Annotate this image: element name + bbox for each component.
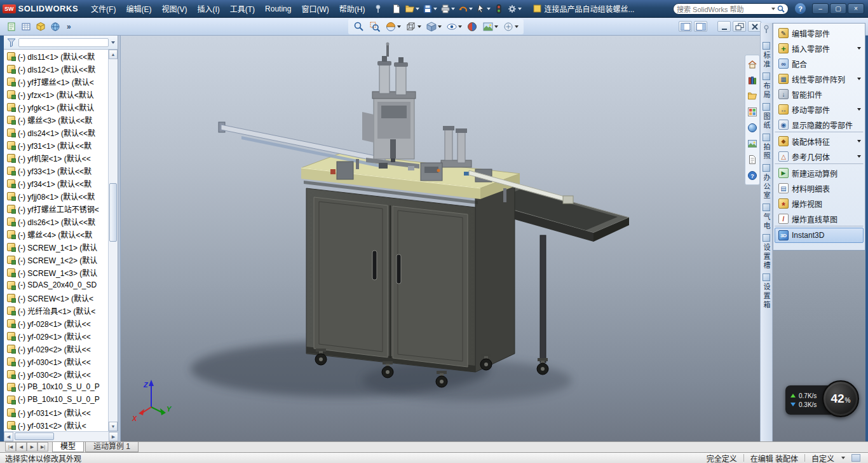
view-orientation-button[interactable] — [404, 20, 423, 34]
tree-item[interactable]: (-) PB_10x10_S_U_0_P — [4, 393, 109, 406]
appearances-icon[interactable] — [747, 122, 758, 134]
file-explorer-icon[interactable] — [747, 90, 758, 102]
menu-item[interactable]: 工具(T) — [225, 1, 260, 16]
options-caret-icon[interactable] — [518, 8, 522, 10]
select-button[interactable] — [475, 2, 492, 16]
restore-doc-icon[interactable] — [733, 21, 746, 32]
assembly-menu-item[interactable]: 智能扣件 — [775, 86, 864, 102]
close-doc-icon[interactable] — [748, 21, 761, 32]
flyout-arrow-icon[interactable] — [857, 47, 861, 50]
tab-nav-button[interactable]: ▶| — [37, 442, 48, 452]
tree-item[interactable]: (-) yf-031<2> (默认< — [4, 418, 109, 431]
toolbar-overflow-button[interactable]: » — [67, 22, 71, 31]
search-caret-icon[interactable] — [771, 8, 775, 10]
menu-item[interactable]: 文件(F) — [86, 1, 121, 16]
tree-item[interactable]: (-) yf33<1> (默认<<默 — [4, 164, 109, 177]
tree-vertical-scrollbar[interactable]: ▲ ▼ — [108, 50, 118, 431]
3d-model-scene[interactable]: Z Y X — [121, 36, 760, 441]
menu-item[interactable]: 帮助(H) — [334, 1, 370, 16]
apply-scene-caret-icon[interactable] — [494, 25, 498, 28]
pane-left-icon[interactable] — [679, 21, 692, 32]
tree-item[interactable]: (-) dls12<1> (默认<<默 — [4, 62, 109, 75]
assembly-menu-item[interactable]: 参考几何体 — [775, 149, 864, 164]
tree-item[interactable]: (-) yf34<1> (默认<<默 — [4, 177, 109, 190]
options-button[interactable] — [506, 2, 523, 16]
view-orientation-caret-icon[interactable] — [417, 25, 421, 28]
scrollbar-track[interactable] — [109, 59, 118, 422]
select-caret-icon[interactable] — [487, 8, 491, 10]
side-tab[interactable]: 拍照 — [761, 134, 771, 161]
tree-item[interactable]: (-) yf-031<1> (默认<< — [4, 406, 109, 418]
tree-item[interactable]: (-) dls24<1> (默认<<默 — [4, 126, 109, 139]
bottom-tab[interactable]: 运动算例 1 — [85, 442, 139, 452]
tree-item[interactable]: (-) SCREW_1<3> (默认 — [4, 266, 109, 279]
side-tab[interactable]: 设置箱 — [761, 273, 771, 310]
hide-show-items-button[interactable] — [445, 20, 463, 34]
open-button[interactable] — [403, 2, 421, 16]
task-pane-help-icon[interactable]: ? — [747, 170, 758, 181]
assembly-menu-item[interactable]: Instant3D — [775, 228, 864, 243]
menu-item[interactable]: Routing — [260, 3, 296, 15]
scroll-up-icon[interactable]: ▲ — [109, 50, 118, 59]
tree-item[interactable]: (-) yf31<1> (默认<<默 — [4, 139, 109, 151]
document-icon-button[interactable] — [5, 20, 18, 34]
scenes-icon[interactable] — [747, 138, 758, 149]
menu-item[interactable]: 编辑(E) — [121, 1, 156, 16]
tree-item[interactable]: (-) yf-028<1> (默认<< — [4, 317, 109, 329]
save-button[interactable] — [421, 2, 438, 16]
search-icon[interactable] — [777, 5, 785, 13]
assembly-menu-item[interactable]: 爆炸直线草图 — [775, 211, 864, 226]
tree-item[interactable]: (-) 光纤治具<1> (默认< — [4, 304, 109, 317]
assembly-menu-item[interactable]: 配合 — [775, 56, 864, 71]
tree-item[interactable]: (-) yf打螺丝工站不锈钢< — [4, 202, 109, 215]
section-view-caret-icon[interactable] — [397, 25, 401, 28]
tree-item[interactable]: (-) dls26<1> (默认<<默 — [4, 215, 109, 228]
flyout-arrow-icon[interactable] — [857, 78, 861, 80]
tree-item[interactable]: (-) yf-029<1> (默认<< — [4, 329, 109, 342]
table-icon-button[interactable] — [20, 20, 32, 34]
assembly-menu-item[interactable]: 装配体特征 — [775, 134, 864, 149]
component-icon-button[interactable] — [34, 20, 47, 34]
assembly-menu-item[interactable]: 移动零部件 — [775, 102, 864, 117]
view-palette-icon[interactable] — [747, 106, 758, 118]
tab-nav-button[interactable]: ◀ — [16, 442, 27, 452]
tree-item[interactable]: (-) yf-030<1> (默认<< — [4, 355, 109, 368]
minimize-doc-icon[interactable] — [717, 21, 731, 32]
tab-nav-button[interactable]: |◀ — [5, 442, 16, 452]
tree-item[interactable]: (-) SDAS_20x40_0_SD — [4, 279, 109, 291]
cabinet[interactable] — [306, 175, 515, 372]
assembly-menu-item[interactable]: 新建运动算例 — [775, 165, 864, 181]
tree-item[interactable]: (-) PB_10x10_S_U_0_P — [4, 380, 109, 393]
side-tab[interactable]: 气电 — [761, 204, 771, 231]
help-icon[interactable]: ? — [795, 3, 806, 14]
home-icon[interactable] — [747, 59, 758, 70]
help-search[interactable]: 搜索 SolidWorks 帮助 — [673, 3, 789, 15]
cabinet-door-right[interactable] — [393, 206, 468, 367]
view-settings-caret-icon[interactable] — [515, 25, 519, 28]
undo-button[interactable] — [457, 2, 474, 16]
edit-appearance-button[interactable] — [465, 20, 479, 34]
scroll-down-icon[interactable]: ▼ — [109, 422, 118, 431]
assembly-menu-item[interactable]: 插入零部件 — [775, 41, 864, 56]
close-button[interactable]: × — [848, 3, 864, 14]
tab-nav-button[interactable]: ▶ — [27, 442, 37, 452]
filter-funnel-icon[interactable] — [6, 38, 17, 48]
display-style-button[interactable] — [424, 20, 443, 34]
pane-right-icon[interactable] — [694, 21, 707, 32]
menu-item[interactable]: 窗口(W) — [296, 1, 334, 16]
tree-item[interactable]: (-) yf打螺丝<1> (默认< — [4, 75, 109, 88]
assembly-menu-item[interactable]: 显示隐藏的零部件 — [775, 117, 864, 132]
save-caret-icon[interactable] — [433, 8, 437, 10]
print-caret-icon[interactable] — [451, 8, 455, 10]
tree-item[interactable]: (-) yf-029<2> (默认<< — [4, 342, 109, 355]
tree-item[interactable]: (-) SCREW_1<1> (默认 — [4, 240, 109, 253]
filter-input[interactable] — [18, 38, 109, 47]
strip-pin-icon[interactable] — [763, 25, 770, 36]
memory-percent-ball[interactable]: 42 % — [822, 380, 859, 417]
maximize-button[interactable]: ▢ — [830, 3, 846, 14]
design-library-icon[interactable] — [747, 74, 758, 86]
assembly-menu-item[interactable]: 爆炸视图 — [775, 196, 864, 211]
tree-item[interactable]: (-) yf-030<2> (默认<< — [4, 368, 109, 380]
print-button[interactable] — [439, 2, 456, 16]
flyout-arrow-icon[interactable] — [857, 108, 861, 111]
